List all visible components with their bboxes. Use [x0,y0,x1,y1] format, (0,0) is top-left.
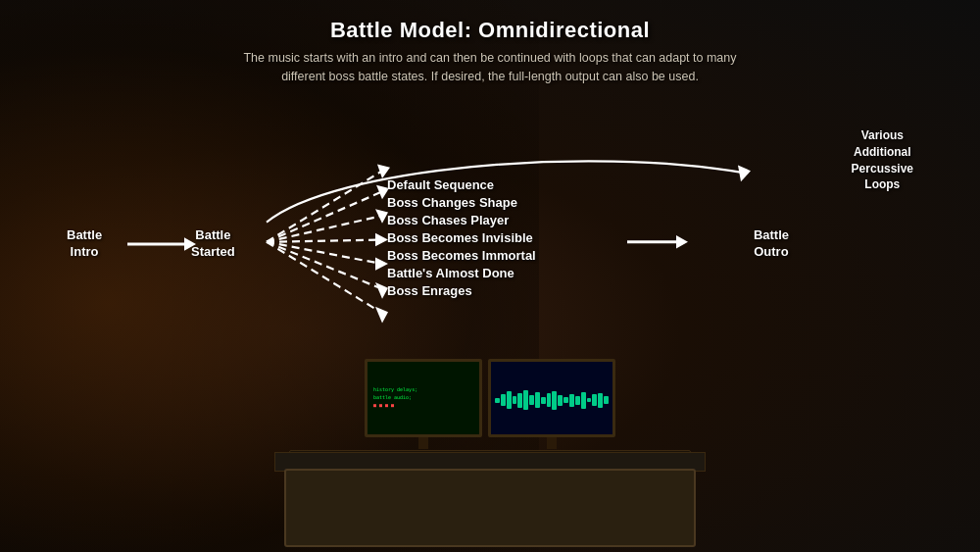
battle-started-label: Battle Started [191,227,235,261]
svg-line-8 [267,240,382,242]
state-enrages: Boss Enrages [387,283,536,298]
page-subtitle: The music starts with an intro and can t… [225,49,755,86]
svg-marker-15 [375,307,388,324]
battle-intro-label: Battle Intro [67,227,102,261]
various-loops-node: Various Additional Percussive Loops [852,127,913,193]
page-title: Battle Model: Omnidirectional [20,18,960,43]
equipment-illustration: history delays; battle audio; ■ ■ ■ ■ [274,380,706,552]
state-immortal: Boss Becomes Immortal [387,248,536,263]
svg-marker-3 [377,164,390,178]
monitor-right [488,359,615,449]
battle-outro-node: Battle Outro [754,227,789,261]
state-invisible: Boss Becomes Invisible [387,230,536,245]
waveform-display [495,390,609,410]
state-chase: Boss Chases Player [387,213,536,227]
screen-right-content [491,362,612,434]
various-loops-label: Various Additional Percussive Loops [852,127,913,193]
monitor-text-1: history delays; [373,386,473,392]
monitor-left: history delays; battle audio; ■ ■ ■ ■ [365,359,482,449]
svg-line-4 [267,191,382,241]
svg-line-2 [267,171,382,242]
monitor-left-screen: history delays; battle audio; ■ ■ ■ ■ [365,359,482,437]
monitor-text-2: battle audio; [373,394,473,400]
battle-intro-node: Battle Intro [67,227,102,261]
svg-line-6 [267,216,382,242]
main-content: Battle Model: Omnidirectional The music … [0,0,980,552]
flow-diagram: Battle Intro Battle Started Default Sequ… [0,113,980,376]
state-shape: Boss Changes Shape [387,195,536,210]
monitor-right-stand [547,437,557,449]
monitors-row: history delays; battle audio; ■ ■ ■ ■ [365,359,615,449]
screen-left-content: history delays; battle audio; ■ ■ ■ ■ [368,362,479,434]
svg-marker-18 [738,166,751,182]
console-desk [284,469,696,547]
monitor-right-screen [488,359,615,437]
title-area: Battle Model: Omnidirectional The music … [0,0,980,96]
svg-line-12 [267,242,382,289]
svg-line-10 [267,242,382,264]
state-default: Default Sequence [387,177,536,192]
monitor-left-stand [418,437,428,449]
battle-outro-label: Battle Outro [754,227,789,261]
svg-line-14 [267,242,382,314]
battle-started-node: Battle Started [191,227,235,261]
monitor-text-3: ■ ■ ■ ■ [373,402,473,408]
svg-marker-17 [676,235,688,248]
state-almost-done: Battle's Almost Done [387,266,536,280]
states-list: Default Sequence Boss Changes Shape Boss… [387,177,536,298]
